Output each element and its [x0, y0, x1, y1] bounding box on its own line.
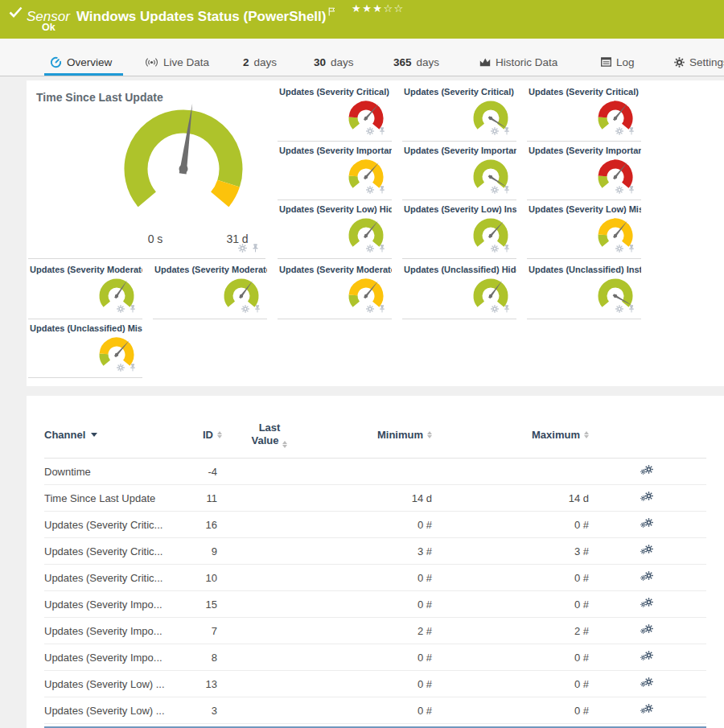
gauge-settings-gear-icon[interactable] — [117, 302, 125, 316]
sort-arrows-icon — [427, 431, 432, 439]
sort-arrows-icon — [282, 441, 287, 449]
table-row: Updates (Severity Critic...93 #3 # — [44, 538, 706, 565]
channel-name[interactable]: Updates (Severity Low) ... — [44, 705, 193, 717]
tab-historic-data[interactable]: Historic Data — [479, 48, 557, 76]
channel-gauge-card: Updates (Unclassified) Missing — [28, 319, 142, 378]
gauge-settings-gear-icon[interactable] — [615, 183, 623, 197]
tab-label: Log — [616, 56, 635, 68]
channel-name[interactable]: Updates (Severity Low) ... — [44, 678, 193, 690]
channel-name[interactable]: Time Since Last Update — [44, 492, 193, 504]
tab-settings[interactable]: Settings — [674, 48, 724, 76]
channel-settings-icon[interactable] — [640, 597, 653, 610]
gauge-pin-icon[interactable] — [378, 183, 386, 197]
channel-name[interactable]: Updates (Severity Impo... — [44, 652, 193, 664]
channel-id: 11 — [193, 492, 233, 504]
column-header-minimum[interactable]: Minimum — [306, 429, 438, 441]
column-header-last-value[interactable]: Last Value — [233, 422, 306, 449]
gauge-pin-icon[interactable] — [129, 360, 137, 375]
channel-minimum: 2 # — [306, 625, 438, 637]
channel-id: 10 — [193, 572, 233, 584]
channel-id: 8 — [193, 652, 233, 664]
gauge-settings-gear-icon[interactable] — [491, 183, 499, 197]
gauge-settings-gear-icon[interactable] — [117, 360, 125, 375]
gear-icon — [674, 57, 685, 68]
channel-id: 3 — [193, 705, 233, 717]
channel-settings-icon[interactable] — [640, 703, 653, 716]
sensor-status-text: Ok — [42, 22, 56, 33]
table-row: Updates (Severity Low) ...130 #0 # — [44, 671, 706, 697]
gauges-panel: Time Since Last Update 0 s 31 d Updates … — [27, 80, 724, 386]
channel-name[interactable]: Updates (Severity Critic... — [44, 545, 193, 557]
gauge-pin-icon[interactable] — [253, 302, 261, 316]
channel-name[interactable]: Updates (Severity Critic... — [44, 519, 193, 531]
gauge-settings-gear-icon[interactable] — [491, 124, 499, 138]
gauge-settings-gear-icon[interactable] — [491, 241, 499, 256]
gauge-pin-icon[interactable] — [627, 183, 636, 197]
priority-stars[interactable]: ★★★☆☆ — [352, 2, 405, 14]
channel-settings-icon[interactable] — [640, 491, 653, 504]
gauge-settings-gear-icon[interactable] — [366, 124, 374, 138]
channel-settings-icon[interactable] — [640, 544, 653, 557]
gauge-pin-icon[interactable] — [378, 241, 386, 256]
table-row: Updates (Severity Impo...80 #0 # — [44, 644, 706, 671]
sort-arrows-icon — [217, 431, 222, 439]
gauge-pin-icon[interactable] — [627, 302, 636, 316]
table-row: Updates (Severity Impo...72 #2 # — [44, 618, 706, 644]
channel-name[interactable]: Updates (Severity Impo... — [44, 598, 193, 611]
gauge-settings-gear-icon[interactable] — [366, 183, 374, 197]
gauge-settings-gear-icon[interactable] — [491, 302, 499, 316]
gauge-pin-icon[interactable] — [627, 241, 636, 256]
channel-settings-icon[interactable] — [640, 677, 653, 689]
table-row: Updates (Severity Impo...150 #0 # — [44, 591, 706, 618]
gauge-pin-icon[interactable] — [378, 124, 386, 138]
gauge-settings-gear-icon[interactable] — [366, 241, 374, 256]
channel-settings-icon[interactable] — [640, 650, 653, 663]
gauge-pin-icon[interactable] — [503, 302, 511, 316]
channel-gauge-card: Updates (Severity Moderate) ... — [278, 261, 392, 319]
channel-name[interactable]: Updates (Severity Critic... — [44, 572, 193, 584]
gauge-settings-gear-icon[interactable] — [615, 241, 623, 256]
channel-gauge-card: Updates (Severity Low) Missi... — [527, 200, 641, 259]
gauge-pin-icon[interactable] — [251, 241, 260, 256]
gauge-settings-gear-icon[interactable] — [366, 302, 374, 316]
tab-log[interactable]: Log — [601, 48, 635, 76]
tab-overview[interactable]: Overview — [50, 48, 112, 76]
channel-settings-icon[interactable] — [640, 464, 653, 477]
gauge-pin-icon[interactable] — [503, 241, 511, 256]
channel-id: 15 — [193, 598, 233, 611]
column-header-id[interactable]: ID — [193, 429, 233, 441]
channel-name[interactable]: Downtime — [44, 466, 193, 478]
tab-30-days[interactable]: 30days — [314, 48, 354, 76]
tab-365-days[interactable]: 365days — [393, 48, 439, 76]
channel-name[interactable]: Updates (Severity Impo... — [44, 625, 193, 637]
gauge-pin-icon[interactable] — [129, 302, 137, 316]
gauge-settings-gear-icon[interactable] — [241, 302, 249, 316]
priority-flag-icon[interactable] — [328, 4, 335, 20]
log-icon — [601, 57, 611, 67]
column-label: Last Value — [252, 422, 281, 446]
channel-settings-icon[interactable] — [640, 517, 653, 530]
channel-maximum: 0 # — [438, 652, 595, 664]
channel-maximum: 0 # — [438, 572, 595, 584]
channel-gauge-card: Updates (Unclassified) Install... — [527, 261, 641, 319]
channel-settings-icon[interactable] — [640, 570, 653, 583]
sensor-title: Windows Updates Status (PowerShell) — [76, 9, 327, 24]
column-label: Minimum — [377, 429, 423, 441]
live-icon — [145, 57, 158, 68]
column-header-channel[interactable]: Channel — [44, 429, 193, 441]
gauge-settings-gear-icon[interactable] — [238, 241, 247, 256]
channel-settings-icon[interactable] — [640, 623, 653, 636]
tab-number: 30 — [314, 56, 326, 68]
tab-2-days[interactable]: 2days — [243, 48, 277, 76]
tab-live-data[interactable]: Live Data — [145, 48, 209, 76]
channel-gauge-card: Updates (Severity Low) Hidden — [278, 200, 392, 259]
gauge-settings-gear-icon[interactable] — [615, 124, 623, 138]
gauge-pin-icon[interactable] — [627, 124, 636, 138]
gauge-pin-icon[interactable] — [503, 183, 511, 197]
sort-arrows-icon — [584, 431, 589, 439]
gauge-pin-icon[interactable] — [503, 124, 511, 138]
status-check-icon — [9, 6, 23, 21]
gauge-settings-gear-icon[interactable] — [615, 302, 623, 316]
gauge-pin-icon[interactable] — [378, 302, 386, 316]
column-header-maximum[interactable]: Maximum — [438, 429, 595, 441]
